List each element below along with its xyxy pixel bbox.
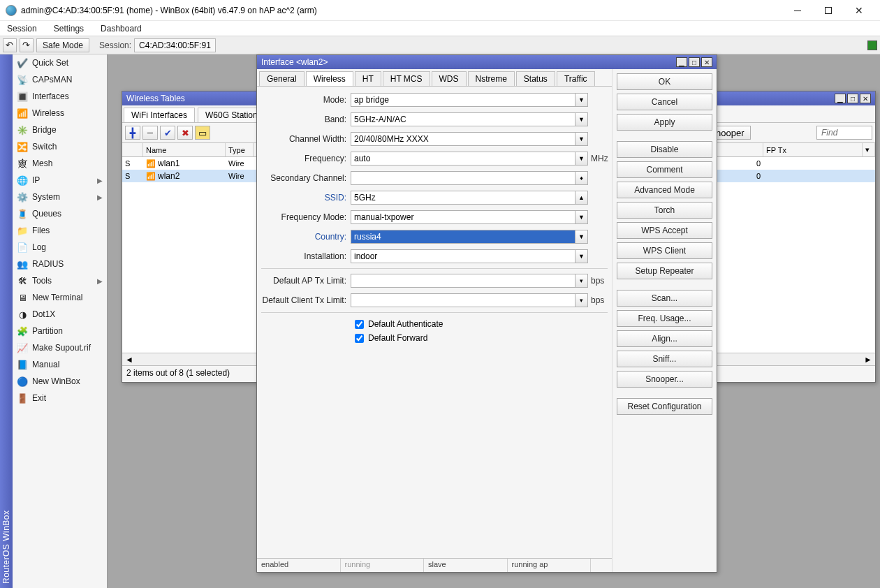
col-flag[interactable] (122, 143, 143, 156)
sidebar-item-mesh[interactable]: 🕸Mesh (13, 155, 107, 172)
client-tx-field[interactable] (351, 293, 575, 307)
comment-button[interactable]: Comment (617, 161, 712, 178)
freq-usage-button[interactable]: Freq. Usage... (617, 310, 712, 327)
minimize-button[interactable]: ─ (782, 1, 813, 20)
tab-wds[interactable]: WDS (432, 71, 467, 86)
default-forward-checkbox[interactable] (355, 334, 364, 343)
freq-mode-field[interactable]: manual-txpower (351, 210, 575, 224)
band-field[interactable]: 5GHz-A/N/AC (351, 112, 575, 126)
snooper-button[interactable]: Snooper... (617, 371, 712, 388)
ok-button[interactable]: OK (617, 73, 712, 90)
align-button[interactable]: Align... (617, 330, 712, 347)
window-max-icon[interactable]: □ (847, 94, 858, 103)
torch-button[interactable]: Torch (617, 202, 712, 219)
comment-button[interactable]: ▭ (195, 126, 210, 140)
sidebar-item-system[interactable]: ⚙️System▶ (13, 189, 107, 205)
disable-button[interactable]: Disable (617, 141, 712, 158)
chevron-down-icon[interactable]: ▼ (575, 152, 588, 166)
sidebar-item-new-winbox[interactable]: 🔵New WinBox (13, 373, 107, 390)
wps-accept-button[interactable]: WPS Accept (617, 222, 712, 239)
tab-nstreme[interactable]: Nstreme (468, 71, 515, 86)
sidebar-item-capsman[interactable]: 📡CAPsMAN (13, 71, 107, 88)
window-max-icon[interactable]: □ (689, 57, 700, 67)
advanced-mode-button[interactable]: Advanced Mode (617, 182, 712, 198)
setup-repeater-button[interactable]: Setup Repeater (617, 263, 712, 279)
sidebar-item-log[interactable]: 📄Log (13, 239, 107, 256)
window-close-icon[interactable]: ✕ (860, 94, 871, 103)
installation-field[interactable]: indoor (351, 249, 575, 263)
sidebar-item-quick-set[interactable]: ✔️Quick Set (13, 54, 107, 71)
tab-general[interactable]: General (259, 71, 305, 86)
col-fptx[interactable]: FP Tx (763, 143, 863, 156)
find-input[interactable] (816, 126, 872, 140)
sidebar-item-interfaces[interactable]: 🔳Interfaces (13, 88, 107, 105)
sidebar-item-files[interactable]: 📁Files (13, 222, 107, 239)
window-close-icon[interactable]: ✕ (701, 57, 712, 67)
undo-button[interactable]: ↶ (3, 38, 17, 52)
country-field[interactable]: russia4 (351, 230, 575, 244)
scan-button[interactable]: Scan... (617, 290, 712, 307)
sidebar-item-new-terminal[interactable]: 🖥New Terminal (13, 289, 107, 306)
frequency-field[interactable]: auto (351, 152, 575, 166)
sidebar-item-dot1x[interactable]: ◑Dot1X (13, 306, 107, 323)
menu-session[interactable]: Session (4, 22, 40, 35)
tab-w60g-station[interactable]: W60G Station (198, 108, 265, 122)
mode-field[interactable]: ap bridge (351, 93, 575, 107)
scroll-right-icon[interactable]: ► (864, 355, 872, 365)
disable-button[interactable]: ✖ (177, 126, 193, 140)
close-button[interactable]: ✕ (844, 1, 874, 20)
sidebar-item-ip[interactable]: 🌐IP▶ (13, 172, 107, 189)
sidebar-item-wireless[interactable]: 📶Wireless (13, 105, 107, 122)
redo-button[interactable]: ↷ (20, 38, 34, 52)
tab-wifi-interfaces[interactable]: WiFi Interfaces (124, 108, 195, 122)
chevron-down-icon[interactable]: ▼ (575, 132, 588, 146)
tab-ht[interactable]: HT (355, 71, 381, 86)
col-dropdown-icon[interactable]: ▾ (863, 143, 875, 156)
chevron-down-icon[interactable]: ▼ (575, 210, 588, 224)
tab-traffic[interactable]: Traffic (557, 71, 595, 86)
tab-wireless[interactable]: Wireless (306, 71, 353, 86)
sidebar-item-tools[interactable]: 🛠Tools▶ (13, 272, 107, 289)
default-authenticate-checkbox[interactable] (355, 320, 364, 329)
sidebar-item-make-supout[interactable]: 📈Make Supout.rif (13, 339, 107, 356)
maximize-button[interactable] (813, 1, 844, 20)
window-min-icon[interactable]: ▁ (835, 94, 846, 103)
sniff-button[interactable]: Sniff... (617, 351, 712, 367)
wps-client-button[interactable]: WPS Client (617, 242, 712, 259)
chevron-down-icon[interactable]: ▾ (575, 293, 588, 307)
ap-tx-field[interactable] (351, 274, 575, 288)
ssid-field[interactable]: 5GHz (351, 191, 575, 205)
menu-dashboard[interactable]: Dashboard (98, 22, 145, 35)
col-type[interactable]: Type (226, 143, 254, 156)
sidebar-item-radius[interactable]: 👥RADIUS (13, 256, 107, 272)
sidebar-item-switch[interactable]: 🔀Switch (13, 138, 107, 155)
sidebar-item-manual[interactable]: 📘Manual (13, 356, 107, 373)
safe-mode-button[interactable]: Safe Mode (36, 38, 89, 52)
remove-button[interactable]: ━ (142, 126, 158, 140)
chevron-down-icon[interactable]: ▼ (575, 249, 588, 263)
add-button[interactable]: ╋ (125, 126, 140, 140)
chevron-down-icon[interactable]: ▼ (575, 112, 588, 126)
apply-button[interactable]: Apply (617, 114, 712, 131)
window-min-icon[interactable]: ▁ (676, 57, 687, 67)
sidebar-item-partition[interactable]: 🧩Partition (13, 323, 107, 339)
sidebar-item-bridge[interactable]: ✳️Bridge (13, 122, 107, 138)
sidebar-item-exit[interactable]: 🚪Exit (13, 390, 107, 406)
window-titlebar[interactable]: Interface <wlan2> ▁ □ ✕ (257, 55, 717, 69)
tab-status[interactable]: Status (516, 71, 555, 86)
menu-settings[interactable]: Settings (51, 22, 87, 35)
scroll-left-icon[interactable]: ◄ (125, 355, 133, 365)
sidebar-item-queues[interactable]: 🧵Queues (13, 205, 107, 222)
chevron-down-icon[interactable]: ▼ (575, 93, 588, 107)
col-name[interactable]: Name (143, 143, 226, 156)
tab-ht-mcs[interactable]: HT MCS (383, 71, 430, 86)
spinner-icon[interactable]: ♦ (575, 171, 588, 185)
chevron-down-icon[interactable]: ▼ (575, 230, 588, 244)
chevron-down-icon[interactable]: ▾ (575, 274, 588, 288)
channel-width-field[interactable]: 20/40/80MHz XXXX (351, 132, 575, 146)
enable-button[interactable]: ✔ (160, 126, 175, 140)
sec-channel-field[interactable] (351, 171, 575, 185)
reset-configuration-button[interactable]: Reset Configuration (617, 398, 712, 415)
chevron-up-icon[interactable]: ▲ (575, 191, 588, 205)
cancel-button[interactable]: Cancel (617, 94, 712, 110)
